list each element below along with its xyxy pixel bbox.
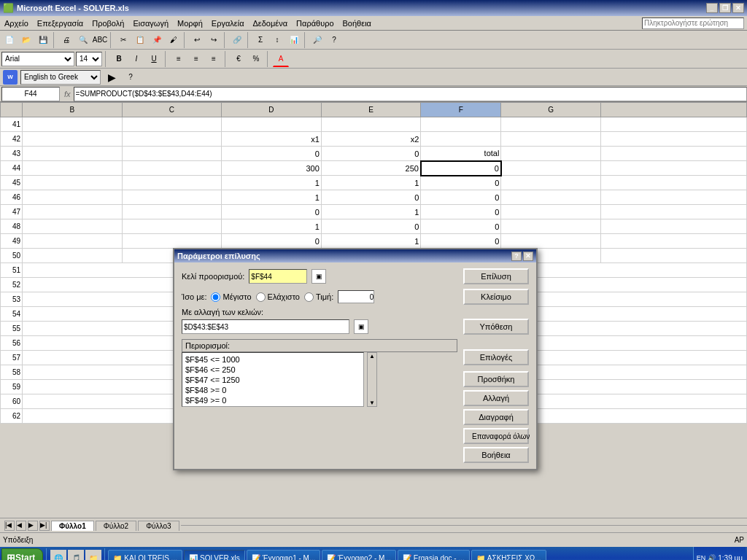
minimize-button[interactable]: _ <box>706 3 718 13</box>
voitheia-button[interactable]: Βοήθεια <box>463 447 529 463</box>
allaxi-picker[interactable]: ▣ <box>354 319 368 334</box>
menu-epexergasia[interactable]: Επεξεργασία <box>33 16 88 30</box>
sheet-tab-fyllo3[interactable]: Φύλλο3 <box>138 521 179 531</box>
constraint-3[interactable]: $F$47 <= 1250 <box>184 375 362 385</box>
elaxisto-radio[interactable] <box>256 292 266 302</box>
tab-next-button[interactable]: ▶ <box>28 521 38 531</box>
constraint-2[interactable]: $F$46 <= 250 <box>184 365 362 375</box>
timi-radio[interactable] <box>304 292 314 302</box>
standard-toolbar: 📄 📂 💾 🖨 🔍 ABC ✂ 📋 📌 🖌 ↩ ↪ 🔗 Σ ↕ 📊 🔎 ? <box>0 31 747 50</box>
open-button[interactable]: 📂 <box>18 32 34 48</box>
sort-asc-button[interactable]: ↕ <box>269 32 285 48</box>
font-color-button[interactable]: A <box>273 51 289 67</box>
percent-button[interactable]: % <box>248 51 264 67</box>
align-left-button[interactable]: ≡ <box>171 51 187 67</box>
spell-button[interactable]: ABC <box>92 32 108 48</box>
translate-go-button[interactable]: ▶ <box>104 69 120 85</box>
allagi-button[interactable]: Αλλαγή <box>463 390 529 406</box>
chart-button[interactable]: 📊 <box>286 32 302 48</box>
word-icon-2: 📝 <box>327 554 336 561</box>
help-button[interactable]: ? <box>326 32 342 48</box>
excel-taskbar-icon: 📊 <box>189 554 198 561</box>
sheet-tab-fyllo1[interactable]: Φύλλο1 <box>51 521 94 531</box>
menu-morfi[interactable]: Μορφή <box>173 16 207 30</box>
fx-label: fx <box>61 90 74 98</box>
taskbar-item-1[interactable]: 📊 SOLVER.xls <box>184 550 245 560</box>
scroll-up-btn[interactable]: ▲ <box>369 353 375 359</box>
font-size-select[interactable]: 14 <box>76 52 102 66</box>
start-button[interactable]: ⊞ Start <box>1 548 43 560</box>
constraints-list[interactable]: $F$45 <= 1000 $F$46 <= 250 $F$47 <= 1250… <box>182 352 364 407</box>
redo-button[interactable]: ↪ <box>206 32 222 48</box>
restore-button[interactable]: ❐ <box>719 3 731 13</box>
sheet-tab-fyllo2[interactable]: Φύλλο2 <box>96 521 136 531</box>
epiloges-button[interactable]: Επιλογές <box>463 349 529 365</box>
scroll-down-btn[interactable]: ▼ <box>369 400 375 406</box>
taskbar-item-0[interactable]: 📁 KAI OI TREIS ... <box>108 550 182 560</box>
cut-button[interactable]: ✂ <box>115 32 131 48</box>
constraint-1[interactable]: $F$45 <= 1000 <box>184 354 362 365</box>
underline-button[interactable]: U <box>146 51 162 67</box>
taskbar-item-2[interactable]: 📝 Έγγραφο1 - M... <box>247 550 320 560</box>
translate-bar: W English to Greek ▶ ? <box>0 69 747 86</box>
copy-button[interactable]: 📋 <box>132 32 148 48</box>
ypothesi-button[interactable]: Υπόθεση <box>463 319 529 335</box>
cell-reference-input[interactable] <box>1 87 60 101</box>
save-button[interactable]: 💾 <box>35 32 51 48</box>
menu-eisagogi[interactable]: Εισαγωγή <box>128 16 173 30</box>
dialog-help-button[interactable]: ? <box>511 252 522 261</box>
translate-help-button[interactable]: ? <box>123 69 139 85</box>
diagrafi-button[interactable]: Διαγραφή <box>463 409 529 425</box>
menu-ergaleia[interactable]: Εργαλεία <box>207 16 249 30</box>
taskbar-item-5[interactable]: 📁 ΑΣΚΗΣΕΙΣ ΧΩ... <box>471 550 546 560</box>
kleisimo-button[interactable]: Κλείσιμο <box>463 289 529 305</box>
menu-parathiro[interactable]: Παράθυρο <box>292 16 338 30</box>
paste-button[interactable]: 📌 <box>149 32 165 48</box>
media-icon[interactable]: 🎵 <box>68 550 84 560</box>
translate-select[interactable]: English to Greek <box>20 70 101 85</box>
preview-button[interactable]: 🔍 <box>75 32 91 48</box>
tab-prev-button[interactable]: ◀ <box>16 521 26 531</box>
menu-voitheia[interactable]: Βοήθεια <box>338 16 376 30</box>
print-button[interactable]: 🖨 <box>58 32 74 48</box>
align-center-button[interactable]: ≡ <box>188 51 204 67</box>
font-name-select[interactable]: Arial <box>1 52 74 66</box>
epilysi-button[interactable]: Επίλυση <box>463 268 529 284</box>
taskbar-item-3[interactable]: 📝 Έγγραφο2 - M... <box>322 550 395 560</box>
prosthiki-button[interactable]: Προσθήκη <box>463 371 529 387</box>
megisto-radio[interactable] <box>211 292 220 302</box>
dialog-close-button[interactable]: ✕ <box>523 252 533 261</box>
bold-button[interactable]: B <box>111 51 127 67</box>
taskbar-item-4[interactable]: 📝 Ergasia.doc - ... <box>398 550 470 560</box>
undo-button[interactable]: ↩ <box>189 32 205 48</box>
currency-button[interactable]: € <box>231 51 247 67</box>
cell-ref-picker[interactable]: ▣ <box>311 269 326 284</box>
menu-provoli[interactable]: Προβολή <box>88 16 128 30</box>
search-input[interactable] <box>642 18 744 29</box>
dialog-titlebar: Παράμετροι επίλυσης ? ✕ <box>174 249 536 262</box>
tab-first-button[interactable]: |◀ <box>4 521 15 531</box>
close-button[interactable]: ✕ <box>732 3 744 13</box>
zoom-button[interactable]: 🔎 <box>309 32 325 48</box>
allaxi-input[interactable] <box>182 319 349 334</box>
taskbar-items: 📁 KAI OI TREIS ... 📊 SOLVER.xls 📝 Έγγραφ… <box>108 550 691 560</box>
timi-value-input[interactable] <box>338 290 374 303</box>
word-icon-3: 📝 <box>403 554 411 561</box>
elaxisto-radio-label: Ελάχιστο <box>256 292 300 302</box>
menu-arxeio[interactable]: Αρχείο <box>0 16 33 30</box>
tab-last-button[interactable]: ▶| <box>39 521 50 531</box>
italic-button[interactable]: I <box>128 51 144 67</box>
new-button[interactable]: 📄 <box>1 32 18 48</box>
constraint-4[interactable]: $F$48 >= 0 <box>184 385 362 395</box>
menu-dedomena[interactable]: Δεδομένα <box>249 16 293 30</box>
formula-input[interactable] <box>74 87 747 101</box>
hyperlink-button[interactable]: 🔗 <box>229 32 245 48</box>
explorer-icon[interactable]: 📁 <box>85 550 101 560</box>
epanafora-button[interactable]: Επαναφορά όλων <box>463 428 529 444</box>
cell-ref-input[interactable] <box>249 269 307 284</box>
autosum-button[interactable]: Σ <box>252 32 268 48</box>
format-painter-button[interactable]: 🖌 <box>166 32 182 48</box>
align-right-button[interactable]: ≡ <box>206 51 222 67</box>
constraint-5[interactable]: $F$49 >= 0 <box>184 395 362 405</box>
ie-icon[interactable]: 🌐 <box>50 550 66 560</box>
